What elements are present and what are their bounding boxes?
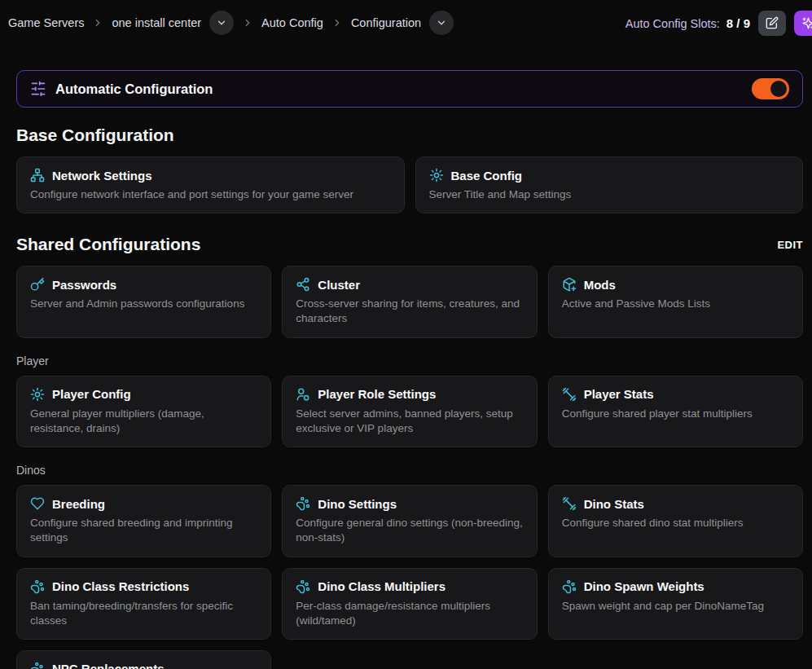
share-icon xyxy=(296,277,310,292)
breadcrumb-dropdown-button[interactable] xyxy=(209,11,234,35)
edit-button[interactable]: EDIT xyxy=(777,239,803,251)
card-description: Cross-server sharing for items, creature… xyxy=(296,297,523,326)
slots-label: Auto Config Slots: xyxy=(625,17,720,30)
dinos-section-label: Dinos xyxy=(16,464,803,477)
automatic-configuration-banner: Automatic Configuration xyxy=(16,70,803,108)
paw-icon xyxy=(562,579,577,594)
paw-icon xyxy=(296,496,310,511)
card-title: Dino Stats xyxy=(584,497,644,511)
card-title: Breeding xyxy=(52,497,105,511)
card-title: Passwords xyxy=(52,278,116,292)
card-player-config[interactable]: Player Config General player multipliers… xyxy=(16,376,271,447)
chevron-down-icon xyxy=(436,17,447,29)
card-title: Dino Settings xyxy=(318,497,397,511)
user-roles-icon xyxy=(296,387,310,402)
gear-icon xyxy=(429,168,444,183)
card-player-role-settings[interactable]: Player Role Settings Select server admin… xyxy=(282,376,537,447)
card-mods[interactable]: Mods Active and Passive Mods Lists xyxy=(548,266,803,337)
automatic-configuration-toggle[interactable] xyxy=(752,78,789,99)
edit-slots-button[interactable] xyxy=(758,11,786,36)
package-plus-icon xyxy=(562,277,577,292)
shared-configurations-heading: Shared Configurations xyxy=(16,235,200,254)
base-configuration-grid: Network Settings Configure network inter… xyxy=(16,156,803,213)
dumbbell-icon xyxy=(562,496,577,511)
breadcrumb-game-servers[interactable]: Game Servers xyxy=(8,16,84,29)
card-description: Configure network interface and port set… xyxy=(30,187,391,202)
shared-grid-player: Player Config General player multipliers… xyxy=(16,376,803,447)
chevron-right-icon xyxy=(242,17,253,29)
chevron-right-icon xyxy=(92,17,103,29)
slots-value: 8 / 9 xyxy=(726,16,750,30)
card-dino-stats[interactable]: Dino Stats Configure shared dino stat mu… xyxy=(548,485,803,557)
key-icon xyxy=(30,277,45,292)
card-dino-class-restrictions[interactable]: Dino Class Restrictions Ban taming/breed… xyxy=(16,568,271,640)
auto-config-slots: Auto Config Slots: 8 / 9 xyxy=(625,16,750,30)
card-description: Server and Admin passwords configuration… xyxy=(30,297,257,311)
banner-title: Automatic Configuration xyxy=(55,81,213,97)
card-title: Player Role Settings xyxy=(318,387,436,401)
heart-icon xyxy=(30,496,45,511)
card-base-config[interactable]: Base Config Server Title and Map setting… xyxy=(415,156,804,213)
chevron-right-icon xyxy=(331,17,343,29)
paw-icon xyxy=(296,579,310,594)
chevron-down-icon xyxy=(216,17,227,29)
shared-grid-row1: Passwords Server and Admin passwords con… xyxy=(16,266,803,337)
main-content: Automatic Configuration Base Configurati… xyxy=(0,70,812,669)
topbar-actions: Auto Config Slots: 8 / 9 xyxy=(625,11,812,36)
card-description: General player multipliers (damage, resi… xyxy=(30,407,257,436)
card-title: Dino Spawn Weights xyxy=(584,579,704,593)
breadcrumb-install-center[interactable]: one install center xyxy=(112,16,201,29)
card-dino-class-multipliers[interactable]: Dino Class Multipliers Per-class damage/… xyxy=(282,568,537,640)
card-network-settings[interactable]: Network Settings Configure network inter… xyxy=(16,156,405,213)
card-dino-settings[interactable]: Dino Settings Configure general dino set… xyxy=(282,485,537,557)
shared-grid-dinos: Breeding Configure shared breeding and i… xyxy=(16,485,803,669)
breadcrumb: Game Servers one install center Auto Con… xyxy=(8,11,454,35)
card-description: Configure general dino settings (non-bre… xyxy=(296,516,523,545)
card-description: Configure shared dino stat multipliers xyxy=(562,516,789,530)
ai-assist-button[interactable] xyxy=(794,11,812,36)
card-passwords[interactable]: Passwords Server and Admin passwords con… xyxy=(16,266,271,337)
card-title: Mods xyxy=(584,278,616,292)
card-title: Dino Class Restrictions xyxy=(52,579,189,593)
player-section-label: Player xyxy=(16,354,803,368)
card-player-stats[interactable]: Player Stats Configure shared player sta… xyxy=(548,376,803,447)
card-title: Cluster xyxy=(318,278,360,292)
breadcrumb-dropdown-button[interactable] xyxy=(429,11,454,35)
card-dino-spawn-weights[interactable]: Dino Spawn Weights Spawn weight and cap … xyxy=(548,568,803,640)
card-description: Per-class damage/resistance multipliers … xyxy=(296,599,523,628)
card-title: Player Config xyxy=(52,387,131,401)
card-description: Configure shared player stat multipliers xyxy=(562,407,789,421)
paw-icon xyxy=(30,579,45,594)
card-description: Ban taming/breeding/transfers for specif… xyxy=(30,599,257,628)
card-description: Configure shared breeding and imprinting… xyxy=(30,516,257,545)
gear-icon xyxy=(30,387,45,402)
dumbbell-icon xyxy=(562,387,577,402)
card-description: Server Title and Map settings xyxy=(429,187,790,202)
card-title: Network Settings xyxy=(52,169,152,183)
breadcrumb-configuration[interactable]: Configuration xyxy=(351,16,421,29)
base-configuration-heading: Base Configuration xyxy=(16,125,803,145)
card-title: NPC Replacements xyxy=(52,662,165,669)
card-title: Base Config xyxy=(451,169,523,183)
card-description: Spawn weight and cap per DinoNameTag xyxy=(562,599,789,614)
card-breeding[interactable]: Breeding Configure shared breeding and i… xyxy=(16,485,271,557)
card-description: Select server admins, banned players, se… xyxy=(296,407,523,436)
breadcrumb-auto-config[interactable]: Auto Config xyxy=(261,16,323,29)
sparkles-icon xyxy=(801,16,812,30)
network-icon xyxy=(30,168,45,183)
card-npc-replacements[interactable]: NPC Replacements Replace class spawns wi… xyxy=(16,650,271,669)
card-cluster[interactable]: Cluster Cross-server sharing for items, … xyxy=(282,266,537,337)
sliders-icon xyxy=(30,81,46,97)
pencil-square-icon xyxy=(766,16,779,29)
paw-icon xyxy=(30,662,45,669)
card-description: Active and Passive Mods Lists xyxy=(562,297,789,311)
card-title: Dino Class Multipliers xyxy=(318,579,446,593)
card-title: Player Stats xyxy=(584,387,654,401)
toggle-knob xyxy=(770,81,787,97)
top-bar: Game Servers one install center Auto Con… xyxy=(0,0,812,46)
